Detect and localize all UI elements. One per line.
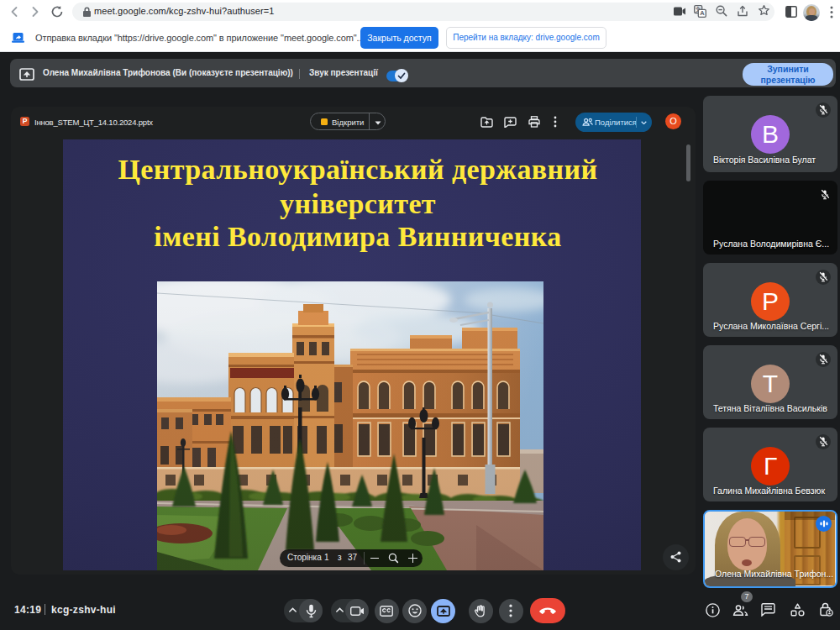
svg-text:A: A: [700, 9, 705, 17]
